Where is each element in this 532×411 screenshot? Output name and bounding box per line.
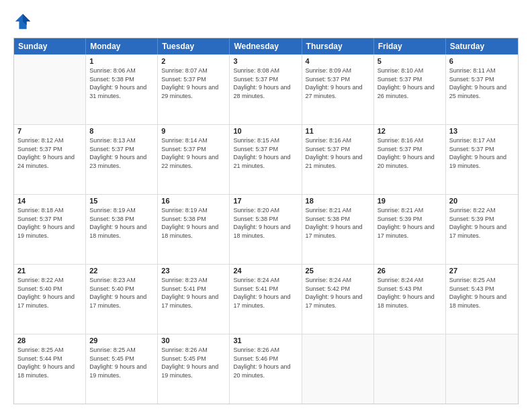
calendar-cell: 22Sunrise: 8:23 AMSunset: 5:40 PMDayligh…: [86, 265, 158, 334]
calendar-cell: 29Sunrise: 8:25 AMSunset: 5:45 PMDayligh…: [86, 334, 158, 404]
cell-sun-info: Sunrise: 8:25 AMSunset: 5:44 PMDaylight:…: [17, 346, 82, 379]
cell-sun-info: Sunrise: 8:12 AMSunset: 5:37 PMDaylight:…: [17, 136, 82, 170]
day-number: 12: [378, 127, 442, 135]
day-number: 4: [306, 57, 370, 65]
cell-sun-info: Sunrise: 8:23 AMSunset: 5:40 PMDaylight:…: [89, 276, 154, 310]
cell-sun-info: Sunrise: 8:08 AMSunset: 5:37 PMDaylight:…: [233, 66, 298, 100]
cell-sun-info: Sunrise: 8:26 AMSunset: 5:46 PMDaylight:…: [233, 346, 298, 379]
cell-sun-info: Sunrise: 8:09 AMSunset: 5:37 PMDaylight:…: [306, 66, 370, 100]
day-number: 5: [378, 57, 442, 65]
cell-sun-info: Sunrise: 8:16 AMSunset: 5:37 PMDaylight:…: [306, 136, 370, 170]
logo: [13, 12, 36, 31]
cell-sun-info: Sunrise: 8:24 AMSunset: 5:42 PMDaylight:…: [306, 276, 370, 310]
cell-sun-info: Sunrise: 8:19 AMSunset: 5:38 PMDaylight:…: [161, 206, 226, 240]
day-number: 30: [161, 336, 226, 345]
calendar-cell: 12Sunrise: 8:16 AMSunset: 5:37 PMDayligh…: [374, 125, 446, 194]
day-number: 16: [161, 197, 226, 205]
day-number: 3: [233, 57, 298, 65]
calendar-cell: 16Sunrise: 8:19 AMSunset: 5:38 PMDayligh…: [158, 195, 230, 264]
calendar-cell: 11Sunrise: 8:16 AMSunset: 5:37 PMDayligh…: [302, 125, 374, 194]
cell-sun-info: Sunrise: 8:19 AMSunset: 5:38 PMDaylight:…: [89, 206, 154, 240]
cell-sun-info: Sunrise: 8:10 AMSunset: 5:37 PMDaylight:…: [378, 66, 442, 100]
calendar-cell: 25Sunrise: 8:24 AMSunset: 5:42 PMDayligh…: [302, 265, 374, 334]
calendar-day-header: Friday: [374, 38, 446, 54]
day-number: 1: [89, 57, 154, 65]
calendar-cell: 20Sunrise: 8:22 AMSunset: 5:39 PMDayligh…: [446, 195, 518, 264]
day-number: 20: [449, 197, 515, 205]
calendar-week-row: 1Sunrise: 8:06 AMSunset: 5:38 PMDaylight…: [14, 54, 518, 124]
calendar-cell: 15Sunrise: 8:19 AMSunset: 5:38 PMDayligh…: [86, 195, 158, 264]
calendar-cell: 28Sunrise: 8:25 AMSunset: 5:44 PMDayligh…: [14, 334, 86, 404]
calendar-cell: 9Sunrise: 8:14 AMSunset: 5:37 PMDaylight…: [158, 125, 230, 194]
cell-sun-info: Sunrise: 8:13 AMSunset: 5:37 PMDaylight:…: [89, 136, 154, 170]
cell-sun-info: Sunrise: 8:07 AMSunset: 5:37 PMDaylight:…: [161, 66, 226, 100]
day-number: 10: [233, 127, 298, 135]
cell-sun-info: Sunrise: 8:17 AMSunset: 5:37 PMDaylight:…: [449, 136, 515, 170]
calendar-header-row: SundayMondayTuesdayWednesdayThursdayFrid…: [14, 38, 518, 54]
cell-sun-info: Sunrise: 8:21 AMSunset: 5:39 PMDaylight:…: [378, 206, 442, 240]
day-number: 23: [161, 267, 226, 275]
cell-sun-info: Sunrise: 8:23 AMSunset: 5:41 PMDaylight:…: [161, 276, 226, 310]
day-number: 18: [306, 197, 370, 205]
cell-sun-info: Sunrise: 8:25 AMSunset: 5:45 PMDaylight:…: [89, 346, 154, 379]
calendar-day-header: Sunday: [14, 38, 86, 54]
day-number: 26: [378, 267, 442, 275]
calendar-week-row: 21Sunrise: 8:22 AMSunset: 5:40 PMDayligh…: [14, 264, 518, 334]
calendar-cell: 31Sunrise: 8:26 AMSunset: 5:46 PMDayligh…: [230, 334, 302, 404]
cell-sun-info: Sunrise: 8:22 AMSunset: 5:39 PMDaylight:…: [449, 206, 515, 240]
calendar-week-row: 7Sunrise: 8:12 AMSunset: 5:37 PMDaylight…: [14, 124, 518, 194]
cell-sun-info: Sunrise: 8:15 AMSunset: 5:37 PMDaylight:…: [233, 136, 298, 170]
calendar-day-header: Wednesday: [230, 38, 302, 54]
day-number: 31: [233, 336, 298, 345]
calendar-cell: 19Sunrise: 8:21 AMSunset: 5:39 PMDayligh…: [374, 195, 446, 264]
calendar-cell: 13Sunrise: 8:17 AMSunset: 5:37 PMDayligh…: [446, 125, 518, 194]
calendar-day-header: Saturday: [446, 38, 518, 54]
calendar-cell: 7Sunrise: 8:12 AMSunset: 5:37 PMDaylight…: [14, 125, 86, 194]
calendar-cell: [374, 334, 446, 404]
calendar-week-row: 28Sunrise: 8:25 AMSunset: 5:44 PMDayligh…: [14, 334, 518, 404]
cell-sun-info: Sunrise: 8:14 AMSunset: 5:37 PMDaylight:…: [161, 136, 226, 170]
day-number: 17: [233, 197, 298, 205]
day-number: 29: [89, 336, 154, 345]
day-number: 2: [161, 57, 226, 65]
calendar-cell: [446, 334, 518, 404]
calendar-week-row: 14Sunrise: 8:18 AMSunset: 5:37 PMDayligh…: [14, 194, 518, 264]
calendar-cell: 10Sunrise: 8:15 AMSunset: 5:37 PMDayligh…: [230, 125, 302, 194]
day-number: 19: [378, 197, 442, 205]
calendar-cell: 17Sunrise: 8:20 AMSunset: 5:38 PMDayligh…: [230, 195, 302, 264]
calendar-day-header: Monday: [86, 38, 158, 54]
day-number: 13: [449, 127, 515, 135]
calendar-cell: 3Sunrise: 8:08 AMSunset: 5:37 PMDaylight…: [230, 55, 302, 124]
calendar-cell: 6Sunrise: 8:11 AMSunset: 5:37 PMDaylight…: [446, 55, 518, 124]
day-number: 28: [17, 336, 82, 345]
cell-sun-info: Sunrise: 8:22 AMSunset: 5:40 PMDaylight:…: [17, 276, 82, 310]
header: [13, 12, 519, 31]
cell-sun-info: Sunrise: 8:21 AMSunset: 5:38 PMDaylight:…: [306, 206, 370, 240]
cell-sun-info: Sunrise: 8:24 AMSunset: 5:41 PMDaylight:…: [233, 276, 298, 310]
cell-sun-info: Sunrise: 8:20 AMSunset: 5:38 PMDaylight:…: [233, 206, 298, 240]
calendar-cell: 27Sunrise: 8:25 AMSunset: 5:43 PMDayligh…: [446, 265, 518, 334]
calendar-cell: [14, 55, 86, 124]
cell-sun-info: Sunrise: 8:24 AMSunset: 5:43 PMDaylight:…: [378, 276, 442, 310]
calendar-cell: 30Sunrise: 8:26 AMSunset: 5:45 PMDayligh…: [158, 334, 230, 404]
day-number: 11: [306, 127, 370, 135]
calendar-day-header: Thursday: [302, 38, 374, 54]
calendar-cell: 24Sunrise: 8:24 AMSunset: 5:41 PMDayligh…: [230, 265, 302, 334]
calendar-cell: 2Sunrise: 8:07 AMSunset: 5:37 PMDaylight…: [158, 55, 230, 124]
cell-sun-info: Sunrise: 8:18 AMSunset: 5:37 PMDaylight:…: [17, 206, 82, 240]
cell-sun-info: Sunrise: 8:16 AMSunset: 5:37 PMDaylight:…: [378, 136, 442, 170]
cell-sun-info: Sunrise: 8:25 AMSunset: 5:43 PMDaylight:…: [449, 276, 515, 310]
calendar-cell: 8Sunrise: 8:13 AMSunset: 5:37 PMDaylight…: [86, 125, 158, 194]
calendar-cell: 1Sunrise: 8:06 AMSunset: 5:38 PMDaylight…: [86, 55, 158, 124]
day-number: 27: [449, 267, 515, 275]
page: SundayMondayTuesdayWednesdayThursdayFrid…: [0, 0, 532, 411]
day-number: 15: [89, 197, 154, 205]
calendar-day-header: Tuesday: [158, 38, 230, 54]
day-number: 8: [89, 127, 154, 135]
calendar-cell: 18Sunrise: 8:21 AMSunset: 5:38 PMDayligh…: [302, 195, 374, 264]
calendar-body: 1Sunrise: 8:06 AMSunset: 5:38 PMDaylight…: [14, 54, 518, 404]
day-number: 6: [449, 57, 515, 65]
calendar-cell: 23Sunrise: 8:23 AMSunset: 5:41 PMDayligh…: [158, 265, 230, 334]
cell-sun-info: Sunrise: 8:06 AMSunset: 5:38 PMDaylight:…: [89, 66, 154, 100]
day-number: 7: [17, 127, 82, 135]
